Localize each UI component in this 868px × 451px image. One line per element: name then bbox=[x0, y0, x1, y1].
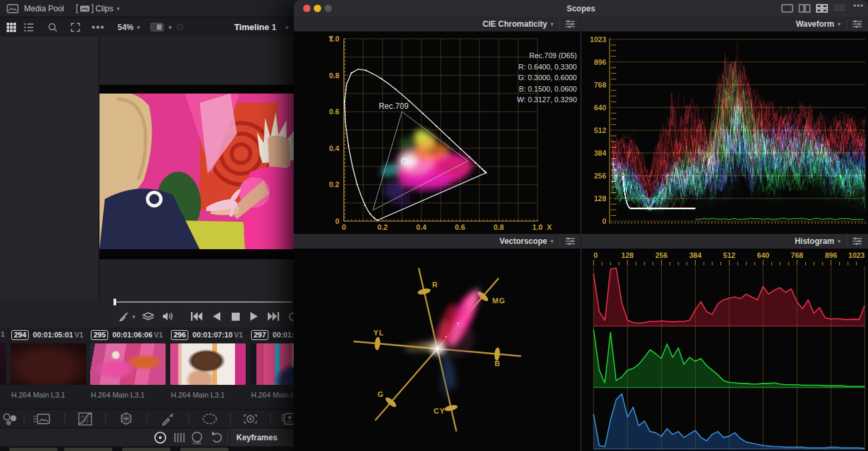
waveform-chevron-icon[interactable]: ▾ bbox=[837, 21, 841, 27]
svg-text:Y: Y bbox=[329, 35, 334, 43]
playhead[interactable] bbox=[114, 299, 116, 305]
vectorscope-scope-selector[interactable]: Vectorscope bbox=[499, 237, 547, 246]
zoom-chevron-icon[interactable]: ▾ bbox=[137, 24, 140, 31]
svg-text:MG: MG bbox=[492, 297, 505, 305]
timeline-chevron-icon[interactable]: ▾ bbox=[285, 24, 288, 31]
cie-chevron-icon[interactable]: ▾ bbox=[550, 21, 554, 27]
wipe-layers-icon[interactable] bbox=[142, 312, 154, 321]
clip-color-dot[interactable] bbox=[177, 24, 183, 30]
clip-card[interactable]: 29600:01:07:10V1H.264 Main L3.1 bbox=[169, 327, 247, 409]
step-back-icon[interactable] bbox=[213, 312, 221, 321]
scopes-titlebar[interactable]: Scopes ••• bbox=[294, 0, 868, 17]
clip-card[interactable]: 29700:01:0H.264 Main L bbox=[249, 327, 294, 409]
fit-view-icon[interactable] bbox=[67, 21, 84, 34]
vectorscope-scope-panel: RMGBCYGYL bbox=[294, 249, 581, 451]
cie-settings-icon[interactable] bbox=[565, 19, 576, 29]
go-to-last-icon[interactable] bbox=[268, 312, 279, 321]
svg-text:LOG: LOG bbox=[193, 441, 201, 445]
clip-codec-label: H.264 Main L3.1 bbox=[171, 391, 225, 399]
audio-icon[interactable] bbox=[162, 311, 174, 321]
clip-card-partial[interactable]: 1 bbox=[0, 327, 7, 409]
scopes-window: Scopes ••• CIE Chromaticity▾ Waveform▾ 0… bbox=[294, 0, 868, 451]
log-wheel-icon[interactable]: LOG bbox=[192, 432, 202, 445]
clip-timecode: 00:01:07:10 bbox=[192, 331, 232, 339]
vectorscope-plot: RMGBCYGYL bbox=[294, 249, 581, 451]
grid-view-icon[interactable] bbox=[3, 21, 20, 34]
clip-thumbnail[interactable] bbox=[90, 343, 166, 385]
svg-text:0.4: 0.4 bbox=[416, 223, 427, 231]
svg-text:384: 384 bbox=[689, 251, 702, 259]
clip-track-label: 1 bbox=[1, 330, 5, 338]
tracker-icon[interactable] bbox=[244, 415, 256, 423]
go-to-first-icon[interactable] bbox=[191, 312, 202, 321]
vectorscope-chevron-icon[interactable]: ▾ bbox=[550, 238, 554, 245]
two-up-view-icon[interactable] bbox=[799, 4, 811, 13]
clip-number-badge: 295 bbox=[91, 330, 108, 340]
svg-text:B: 0.1500, 0.0600: B: 0.1500, 0.0600 bbox=[519, 85, 577, 93]
scopes-panel-divider[interactable] bbox=[580, 17, 582, 451]
svg-text:G: G bbox=[377, 390, 384, 398]
reset-icon[interactable] bbox=[212, 432, 222, 442]
color-warper-icon[interactable] bbox=[122, 413, 131, 424]
curves-icon[interactable] bbox=[79, 413, 91, 425]
zoom-level[interactable]: 54% bbox=[118, 23, 134, 32]
clip-card[interactable]: 29500:01:06:06V1H.264 Main L3.1 bbox=[89, 327, 167, 409]
thumbnail-view-icon[interactable] bbox=[148, 21, 166, 34]
search-icon[interactable] bbox=[44, 21, 61, 34]
single-view-icon[interactable] bbox=[781, 4, 793, 13]
vectorscope-settings-icon[interactable] bbox=[565, 237, 576, 246]
color-picker-icon[interactable] bbox=[118, 311, 129, 322]
histogram-scope-selector[interactable]: Histogram bbox=[795, 237, 834, 246]
media-pool-label[interactable]: Media Pool bbox=[24, 4, 64, 13]
qualifier-icon[interactable] bbox=[163, 414, 173, 425]
clip-card[interactable]: 29400:01:05:01V1H.264 Main L3.1 bbox=[9, 327, 87, 409]
clips-icon bbox=[76, 2, 93, 15]
media-pool-pane[interactable] bbox=[0, 37, 99, 299]
clip-thumbnail[interactable] bbox=[11, 343, 86, 385]
timeline-clip-top bbox=[180, 448, 228, 451]
svg-text:512: 512 bbox=[723, 251, 735, 259]
clip-track-label: V1 bbox=[154, 331, 163, 339]
clip-codec-label: H.264 Main L bbox=[251, 391, 294, 399]
retime-bars-icon[interactable] bbox=[175, 433, 184, 442]
window-more-options-icon[interactable]: ••• bbox=[853, 1, 864, 11]
histogram-panel-header: Histogram▾ bbox=[581, 234, 868, 249]
svg-text:Rec.709: Rec.709 bbox=[379, 102, 409, 111]
timeline-clip-top bbox=[122, 448, 170, 451]
timeline-clip-top bbox=[9, 448, 57, 451]
power-window-icon[interactable] bbox=[203, 414, 216, 424]
histogram-settings-icon[interactable] bbox=[852, 237, 863, 246]
play-icon[interactable] bbox=[250, 312, 258, 321]
histogram-chevron-icon[interactable]: ▾ bbox=[837, 238, 841, 245]
four-up-view-icon[interactable] bbox=[816, 4, 828, 13]
waveform-scope-selector[interactable]: Waveform bbox=[796, 19, 835, 29]
clips-label[interactable]: Clips bbox=[95, 4, 114, 13]
viewer-video-frame bbox=[99, 94, 294, 249]
stills-icon[interactable] bbox=[33, 414, 49, 424]
more-options-icon[interactable]: ••• bbox=[89, 21, 107, 34]
svg-text:128: 128 bbox=[622, 251, 634, 259]
clip-codec-label: H.264 Main L3.1 bbox=[91, 391, 145, 399]
stop-icon[interactable] bbox=[232, 313, 240, 321]
keyframes-tab[interactable]: Keyframes bbox=[231, 428, 294, 447]
clip-thumbnail[interactable] bbox=[170, 343, 246, 385]
keyframe-dot-icon[interactable] bbox=[155, 432, 166, 443]
cie-scope-selector[interactable]: CIE Chromaticity bbox=[483, 19, 548, 29]
svg-text:0: 0 bbox=[594, 251, 598, 259]
viewer-area bbox=[99, 37, 294, 299]
waveform-settings-icon[interactable] bbox=[852, 19, 863, 29]
color-wheels-icon[interactable] bbox=[4, 414, 17, 426]
histogram-plot: 01282563845126407688961023 bbox=[581, 249, 868, 451]
svg-text:768: 768 bbox=[791, 251, 803, 259]
timeline-selector[interactable]: Timeline 1 bbox=[234, 22, 276, 32]
thumbnail-view-chevron-icon[interactable]: ▾ bbox=[169, 24, 172, 31]
scrubber-track[interactable] bbox=[114, 301, 292, 303]
clips-chevron-icon[interactable]: ▾ bbox=[117, 5, 120, 12]
picker-dropdown-icon[interactable]: ▾ bbox=[132, 313, 136, 320]
grid-16-view-icon[interactable] bbox=[833, 4, 845, 13]
clip-thumbnail[interactable] bbox=[250, 343, 294, 385]
list-view-icon[interactable] bbox=[20, 21, 37, 34]
magic-mask-icon[interactable] bbox=[281, 414, 294, 424]
viewer-scrubber[interactable] bbox=[99, 299, 294, 305]
svg-text:Rec.709 (D65): Rec.709 (D65) bbox=[529, 51, 577, 59]
